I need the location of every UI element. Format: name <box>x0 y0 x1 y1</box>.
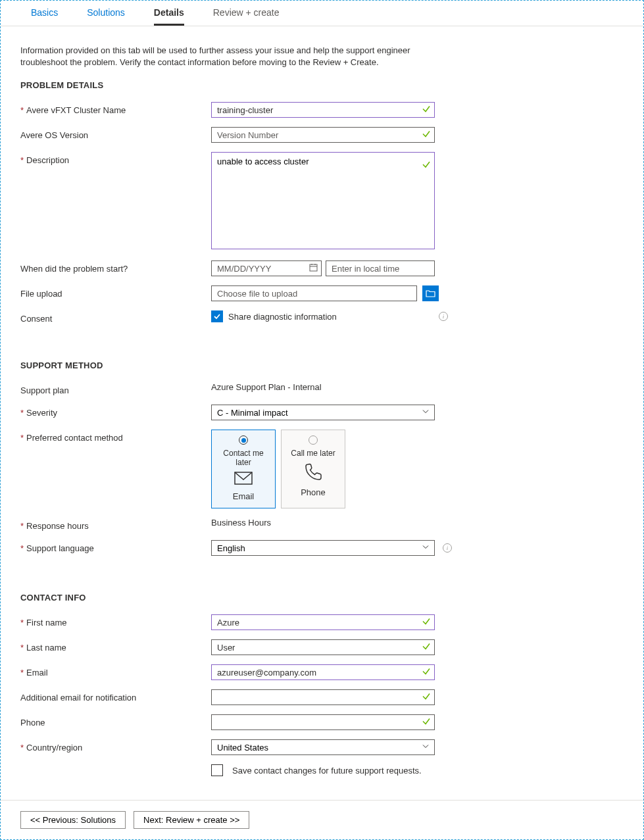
radio-unselected-icon <box>309 435 318 445</box>
card2-sub: Phone <box>284 487 342 497</box>
card2-title: Call me later <box>284 449 342 458</box>
support-language-label: Support language <box>26 543 94 553</box>
description-textarea[interactable] <box>211 152 435 249</box>
first-name-label: First name <box>26 618 66 628</box>
support-language-select[interactable]: English <box>211 540 435 556</box>
severity-label: Severity <box>26 408 57 418</box>
time-input[interactable] <box>326 260 435 276</box>
contact-method-label: Preferred contact method <box>26 433 123 443</box>
radio-selected-icon <box>239 435 248 445</box>
save-contact-checkbox[interactable] <box>211 764 223 776</box>
additional-email-label: Additional email for notification <box>20 693 136 703</box>
tab-basics[interactable]: Basics <box>31 1 58 26</box>
support-plan-value: Azure Support Plan - Internal <box>211 382 322 392</box>
file-upload-label: File upload <box>20 289 62 299</box>
cluster-name-input[interactable] <box>211 102 435 118</box>
info-icon[interactable]: i <box>443 543 452 553</box>
last-name-label: Last name <box>26 643 66 653</box>
country-label: Country/region <box>26 743 82 753</box>
tab-bar: Basics Solutions Details Review + create <box>1 1 643 26</box>
cluster-name-label: Avere vFXT Cluster Name <box>26 105 126 115</box>
consent-text: Share diagnostic information <box>228 312 337 322</box>
contact-method-phone[interactable]: Call me later Phone <box>281 430 345 508</box>
severity-select[interactable]: C - Minimal impact <box>211 405 435 420</box>
country-select[interactable]: United States <box>211 739 435 755</box>
os-version-input[interactable] <box>211 127 435 143</box>
section-problem-details: PROBLEM DETAILS <box>20 80 624 90</box>
section-support-method: SUPPORT METHOD <box>20 360 624 370</box>
card1-sub: Email <box>214 491 272 501</box>
when-label: When did the problem start? <box>20 264 128 274</box>
consent-label: Consent <box>20 314 52 324</box>
card1-title: Contact me later <box>214 449 272 467</box>
tab-details[interactable]: Details <box>154 1 184 26</box>
first-name-input[interactable] <box>211 614 435 630</box>
info-icon[interactable]: i <box>439 312 448 321</box>
contact-method-email[interactable]: Contact me later Email <box>211 430 276 508</box>
description-label: Description <box>26 155 69 165</box>
file-upload-field[interactable]: Choose file to upload <box>211 285 417 301</box>
intro-text: Information provided on this tab will be… <box>20 45 441 68</box>
response-hours-label: Response hours <box>26 521 89 531</box>
support-plan-label: Support plan <box>20 385 69 395</box>
email-icon <box>214 471 272 487</box>
phone-icon <box>284 462 342 483</box>
section-contact-info: CONTACT INFO <box>20 593 624 603</box>
phone-input[interactable] <box>211 714 435 730</box>
phone-label: Phone <box>20 718 45 728</box>
folder-icon <box>426 289 435 297</box>
previous-button[interactable]: << Previous: Solutions <box>20 811 126 829</box>
email-label: Email <box>26 668 48 678</box>
email-input[interactable] <box>211 664 435 680</box>
next-button[interactable]: Next: Review + create >> <box>134 811 249 829</box>
file-upload-button[interactable] <box>422 285 439 301</box>
os-version-label: Avere OS Version <box>20 130 88 140</box>
tab-solutions[interactable]: Solutions <box>87 1 125 26</box>
consent-checkbox[interactable] <box>211 310 223 322</box>
additional-email-input[interactable] <box>211 689 435 705</box>
date-input[interactable] <box>211 260 322 276</box>
footer-nav: << Previous: Solutions Next: Review + cr… <box>1 800 643 839</box>
save-contact-label: Save contact changes for future support … <box>232 766 422 776</box>
response-hours-value: Business Hours <box>211 518 271 528</box>
last-name-input[interactable] <box>211 639 435 655</box>
tab-review[interactable]: Review + create <box>213 1 280 26</box>
